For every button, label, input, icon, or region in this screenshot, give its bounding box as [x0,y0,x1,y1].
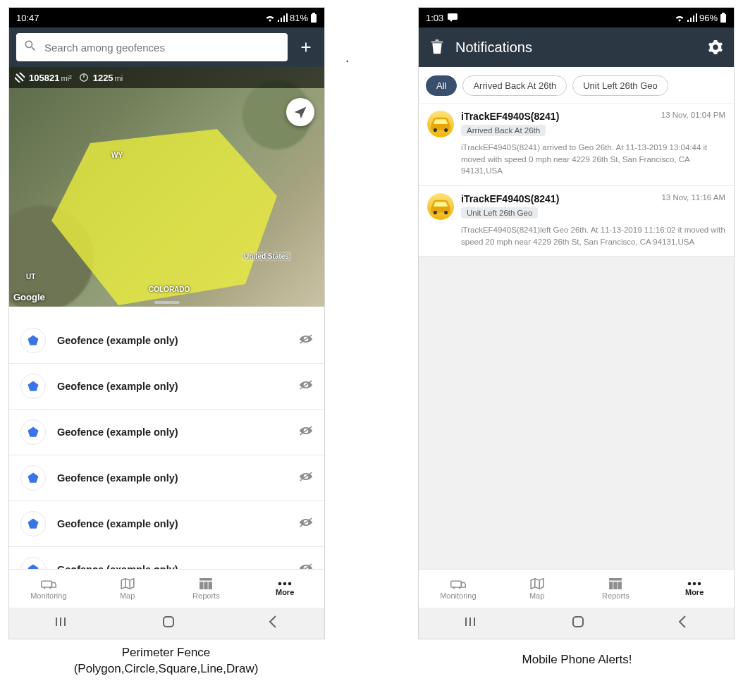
visibility-toggle[interactable] [299,379,313,393]
svg-rect-1 [312,13,315,14]
unit-name: iTrackEF4940S(8241) [461,193,559,204]
svg-marker-6 [28,381,39,391]
tab-more[interactable]: More [655,570,734,608]
map-measure-overlay: 105821mi² 1225mi [9,67,324,88]
tab-monitoring[interactable]: Monitoring [9,570,88,608]
search-input[interactable] [43,41,281,54]
tab-map[interactable]: Map [88,570,167,608]
map-attribution: Google [13,292,45,302]
add-button[interactable] [295,36,317,59]
tab-more[interactable]: More [245,570,324,608]
status-time: 1:03 [426,13,443,23]
tab-label: More [276,588,294,596]
tab-label: Reports [602,591,630,600]
svg-rect-26 [164,617,173,627]
map-label-us: United States [242,252,291,261]
geofence-item[interactable]: Geofence (example only) [9,547,324,569]
geofence-list[interactable]: Geofence (example only)Geofence (example… [9,307,324,569]
area-value: 105821 [29,73,59,83]
geofence-item[interactable]: Geofence (example only) [9,410,324,455]
map-panel[interactable]: 105821mi² 1225mi WY UT COLORADO United S… [9,67,324,307]
visibility-toggle[interactable] [299,563,313,569]
notification-time: 13 Nov, 01:04 PM [661,111,725,119]
chip-all[interactable]: All [426,75,457,96]
svg-rect-44 [573,617,583,627]
svg-marker-8 [28,427,39,437]
nav-back[interactable] [677,615,687,631]
notification-card[interactable]: iTrackEF4940S(8241)13 Nov, 01:04 PMArriv… [419,104,734,186]
tab-map[interactable]: Map [498,570,577,608]
status-battery: 96% [699,13,718,23]
geofence-item[interactable]: Geofence (example only) [9,455,324,501]
tab-label: Reports [192,591,220,600]
tab-reports[interactable]: Reports [577,570,656,608]
filter-chips: All Arrived Back At 26th Unit Left 26th … [419,67,734,104]
geofence-polygon [51,129,277,305]
visibility-toggle[interactable] [299,517,313,531]
visibility-toggle[interactable] [299,471,313,485]
polygon-icon [20,511,46,536]
search-icon [23,39,37,56]
geofence-item[interactable]: Geofence (example only) [9,318,324,364]
locate-button[interactable] [286,98,314,126]
nav-home[interactable] [572,615,584,631]
chip-left[interactable]: Unit Left 26th Geo [572,75,668,96]
visibility-toggle[interactable] [299,425,313,439]
notification-list[interactable]: iTrackEF4940S(8241)13 Nov, 01:04 PMArriv… [419,104,734,569]
polygon-icon [20,419,46,445]
geofence-item[interactable]: Geofence (example only) [9,364,324,410]
polygon-icon [20,465,46,491]
tab-label: Map [120,591,135,600]
status-bar: 10:47 81% [9,8,324,27]
grab-handle[interactable] [154,301,180,304]
area-unit: mi² [61,74,71,82]
polygon-icon [20,557,46,569]
caption-left: Perimeter Fence(Polygon,Circle,Square,Li… [8,645,324,677]
map-label-wy: WY [111,152,123,159]
svg-rect-38 [609,582,613,589]
tab-reports[interactable]: Reports [167,570,246,608]
geofence-name: Geofence (example only) [57,564,288,569]
bottom-tabbar: Monitoring Map Reports More [419,569,734,608]
visibility-toggle[interactable] [299,333,313,348]
geofence-item[interactable]: Geofence (example only) [9,501,324,547]
svg-rect-27 [448,13,458,20]
svg-point-23 [278,582,282,585]
search-box[interactable] [16,33,288,61]
svg-rect-39 [614,582,618,589]
nav-home[interactable] [162,615,175,631]
svg-point-24 [283,582,287,585]
caption-right: Mobile Phone Alerts! [419,652,735,668]
android-navbar [9,608,324,639]
nav-recent[interactable] [465,617,479,630]
svg-rect-29 [722,13,725,14]
settings-button[interactable] [704,36,727,59]
svg-point-36 [459,587,461,589]
notification-card[interactable]: iTrackEF4940S(8241)13 Nov, 11:16 AMUnit … [419,186,734,257]
unit-avatar [427,111,454,137]
delete-button[interactable] [426,36,448,59]
tab-monitoring[interactable]: Monitoring [419,570,498,608]
svg-point-42 [693,582,696,585]
svg-rect-19 [199,578,212,581]
geofence-name: Geofence (example only) [57,472,288,484]
tab-label: Monitoring [440,591,476,600]
status-battery: 81% [290,13,308,23]
svg-point-31 [444,128,448,132]
phone-geofences: 10:47 81% [8,7,325,639]
status-time: 10:47 [16,13,39,23]
tab-label: More [685,588,704,596]
svg-marker-4 [28,336,39,345]
perimeter-value: 1225 [93,73,113,83]
svg-point-17 [44,587,46,589]
bottom-tabbar: Monitoring Map Reports More [9,569,324,608]
nav-recent[interactable] [56,617,70,630]
geofence-name: Geofence (example only) [57,335,288,346]
svg-rect-28 [720,14,726,23]
nav-back[interactable] [268,615,278,631]
chip-arrived[interactable]: Arrived Back At 26th [462,75,567,96]
area-icon [15,73,25,82]
phone-notifications: 1:03 96% Notifications All Arrived Back … [418,7,735,639]
signal-icon [687,13,697,22]
separator-dot: . [345,49,350,66]
